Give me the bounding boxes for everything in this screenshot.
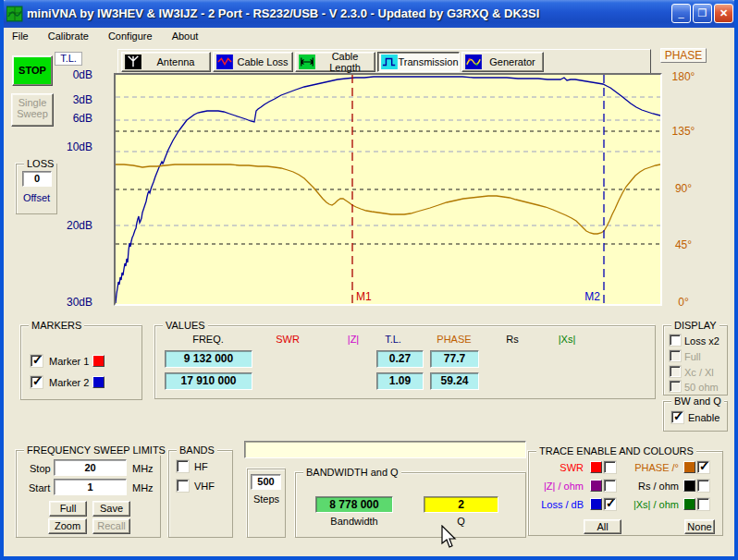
menu-about[interactable]: About: [164, 28, 207, 44]
right-axis-title: PHASE: [660, 48, 707, 63]
minimize-icon: _: [678, 7, 683, 18]
bands-group-title: BANDS: [177, 444, 217, 456]
menu-configure[interactable]: Configure: [100, 28, 161, 44]
swr-colour-swatch[interactable]: [590, 461, 602, 473]
values-group: VALUES FREQ. SWR |Z| T.L. PHASE Rs |Xs| …: [154, 325, 656, 399]
chart-area[interactable]: M1M2: [114, 73, 662, 306]
loss-offset-input[interactable]: 0: [22, 171, 52, 187]
tick-6db: 6dB: [52, 112, 92, 125]
z-trace-label: |Z| / ohm: [536, 481, 584, 492]
menu-calibrate[interactable]: Calibrate: [40, 28, 97, 44]
xs-trace-checkbox[interactable]: [697, 498, 709, 510]
values-group-title: VALUES: [163, 320, 208, 331]
bandwidth-q-group: BANDWIDTH and Q 8 778 000 Bandwidth 2 Q: [295, 472, 526, 538]
tick-10db: 10dB: [52, 140, 92, 153]
marker2-freq-value: 17 910 000: [165, 372, 252, 390]
vhf-label: VHF: [194, 481, 215, 492]
stop-label: Stop: [30, 463, 51, 474]
full-display-label: Full: [684, 351, 701, 362]
minimize-button[interactable]: _: [671, 4, 691, 23]
loss-trace-checkbox[interactable]: [604, 498, 616, 510]
steps-group: 500 Steps: [247, 469, 286, 538]
marker1-freq-value: 9 132 000: [165, 350, 252, 368]
hf-checkbox[interactable]: [177, 460, 189, 472]
trace-phase: [116, 164, 660, 234]
phase-colour-swatch[interactable]: [683, 461, 695, 473]
bwq-group: BW and Q Enable: [663, 401, 728, 432]
message-field: [244, 441, 526, 458]
xc-xl-label: Xc / Xl: [684, 367, 714, 378]
tick-3db: 3dB: [52, 93, 92, 106]
none-traces-button[interactable]: None: [684, 519, 715, 534]
stop-freq-input[interactable]: 20: [54, 459, 127, 476]
close-button[interactable]: ✕: [714, 4, 733, 23]
marker1-checkbox[interactable]: [31, 355, 43, 367]
loss-colour-swatch[interactable]: [590, 498, 602, 510]
start-unit-label: MHz: [132, 482, 154, 493]
marker2-phase-value: 59.24: [430, 372, 479, 390]
q-value: 2: [424, 496, 498, 513]
xs-colour-swatch[interactable]: [683, 498, 695, 510]
vhf-checkbox[interactable]: [177, 480, 189, 492]
maximize-icon: ❒: [698, 7, 707, 18]
single-sweep-button[interactable]: Single Sweep: [11, 93, 54, 127]
loss-group: LOSS 0 Offset: [16, 164, 57, 214]
tick-135deg: 135°: [662, 125, 705, 138]
bwq-enable-checkbox[interactable]: [671, 411, 683, 423]
marker2-color-swatch[interactable]: [92, 376, 105, 388]
hf-label: HF: [194, 461, 208, 472]
sweep-limits-group: FREQUENCY SWEEP LIMITS Stop 20 MHz Start…: [16, 450, 161, 538]
mouse-cursor: [438, 525, 457, 551]
rs-trace-label: Rs / ohm: [621, 481, 679, 492]
marker1-tl-value: 0.27: [376, 350, 424, 368]
marker2-checkbox[interactable]: [31, 376, 43, 388]
title-bar[interactable]: miniVNA by IW3HEV & IW3IJZ - 2 Port - RS…: [0, 0, 738, 28]
maximize-button[interactable]: ❒: [693, 4, 712, 23]
full-span-button[interactable]: Full: [49, 501, 87, 517]
zoom-button[interactable]: Zoom: [48, 518, 87, 534]
recall-button[interactable]: Recall: [92, 518, 130, 534]
transmission-mode-button[interactable]: Transmission: [377, 52, 460, 72]
menu-file[interactable]: File: [4, 28, 37, 44]
swr-trace-checkbox[interactable]: [604, 461, 616, 473]
bandwidth-q-title: BANDWIDTH and Q: [303, 467, 401, 478]
rs-colour-swatch[interactable]: [683, 480, 695, 492]
generator-mode-button[interactable]: Generator: [461, 52, 544, 72]
markers-group: MARKERS Marker 1 Marker 2: [20, 325, 142, 400]
cable-loss-mode-button[interactable]: Cable Loss: [213, 52, 293, 72]
tick-30db: 30dB: [52, 296, 92, 309]
z-colour-swatch[interactable]: [590, 480, 602, 492]
cable-length-mode-button[interactable]: Cable Length: [295, 52, 375, 72]
sweep-limits-title: FREQUENCY SWEEP LIMITS: [24, 444, 168, 456]
start-freq-input[interactable]: 1: [54, 479, 127, 495]
phase-trace-checkbox[interactable]: [697, 461, 709, 473]
z-trace-checkbox[interactable]: [604, 480, 616, 492]
tick-0db: 0dB: [52, 68, 92, 81]
trace-colours-group: TRACE ENABLE AND COLOURS SWR PHASE /° |Z…: [528, 451, 723, 536]
tick-180deg: 180°: [662, 70, 705, 83]
cable-loss-icon: [216, 55, 233, 69]
loss-x2-checkbox[interactable]: [670, 335, 681, 346]
loss-offset-label: Offset: [17, 192, 56, 203]
steps-input[interactable]: 500: [251, 474, 281, 490]
app-icon: [6, 6, 23, 22]
header-rs: Rs: [485, 334, 540, 345]
swr-trace-label: SWR: [536, 462, 584, 473]
marker1-color-swatch[interactable]: [92, 355, 105, 367]
loss-x2-label: Loss x2: [684, 335, 720, 347]
save-button[interactable]: Save: [92, 501, 130, 517]
all-traces-button[interactable]: All: [584, 519, 621, 534]
app-window: miniVNA by IW3HEV & IW3IJZ - 2 Port - RS…: [0, 0, 738, 560]
stop-button[interactable]: STOP: [12, 55, 53, 86]
bwq-group-title: BW and Q: [671, 396, 724, 407]
trace-colours-title: TRACE ENABLE AND COLOURS: [536, 445, 696, 457]
antenna-mode-label: Antenna: [141, 56, 210, 67]
full-display-checkbox: [670, 350, 681, 361]
antenna-icon: [125, 55, 141, 69]
tick-20db: 20dB: [52, 219, 92, 232]
antenna-mode-button[interactable]: Antenna: [121, 52, 211, 72]
markers-group-title: MARKERS: [29, 320, 84, 331]
display-group: DISPLAY Loss x2 Full Xc / Xl 50 ohm: [663, 325, 728, 396]
rs-trace-checkbox[interactable]: [697, 480, 709, 492]
generator-mode-label: Generator: [482, 56, 543, 67]
